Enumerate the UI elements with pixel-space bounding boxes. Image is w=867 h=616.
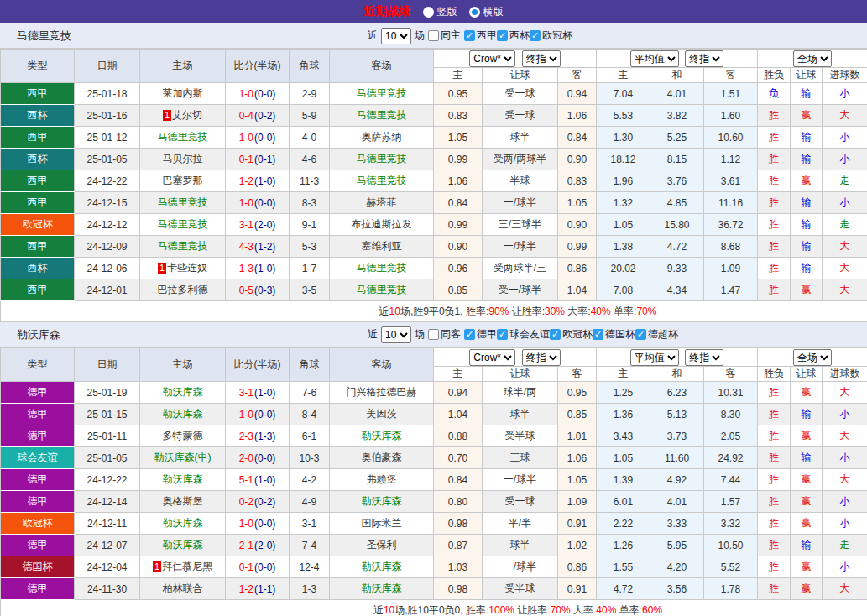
summary-segment: 让胜率: bbox=[509, 305, 545, 317]
same-venue-option[interactable]: 同主 bbox=[428, 29, 461, 43]
league-filter-option[interactable]: 西杯 bbox=[497, 29, 530, 43]
result-mark: 胜 bbox=[758, 236, 791, 258]
match-count-select[interactable]: 10 bbox=[381, 28, 411, 44]
away-odds: 1.02 bbox=[558, 535, 597, 556]
final-avg-select[interactable]: 终指 bbox=[685, 349, 723, 366]
avg-draw-odds: 6.23 bbox=[650, 382, 704, 404]
league-filter-option[interactable]: 欧冠杯 bbox=[530, 29, 572, 43]
away-team: 门兴格拉德巴赫 bbox=[330, 382, 434, 404]
fulltime-score: 1-3 bbox=[239, 263, 253, 274]
final-avg-select[interactable]: 终指 bbox=[685, 50, 723, 67]
handicap-line: 三/三球半 bbox=[483, 214, 558, 236]
halftime-score: (1-0) bbox=[254, 474, 275, 486]
halftime-score: (0-0) bbox=[254, 518, 275, 530]
crow-odds-select[interactable]: Crow* bbox=[469, 349, 515, 366]
summary-segment: 场,胜9平0负1, 胜率: bbox=[400, 305, 488, 317]
same-venue-checkbox[interactable] bbox=[428, 30, 439, 41]
league-checkbox[interactable] bbox=[464, 30, 475, 41]
crow-odds-select[interactable]: Crow* bbox=[469, 50, 515, 67]
away-team: 马德里竞技 bbox=[330, 258, 434, 279]
home-team: 勒沃库森 bbox=[140, 469, 226, 491]
average-odds-select[interactable]: 平均值 bbox=[630, 50, 679, 67]
summary-segment: 30% bbox=[545, 305, 565, 317]
league-filter-option[interactable]: 西甲 bbox=[464, 29, 497, 43]
match-score: 1-3(1-0) bbox=[226, 258, 290, 279]
league-checkbox[interactable] bbox=[635, 329, 646, 340]
match-score: 1-0(0-0) bbox=[226, 513, 290, 535]
horizontal-radio-icon[interactable] bbox=[469, 7, 480, 18]
match-score: 0-5(0-3) bbox=[226, 279, 290, 301]
goals-mark: 小 bbox=[823, 83, 867, 105]
match-row: 西甲25-01-12马德里竞技1-0(0-0)4-0奥萨苏纳1.05球半0.84… bbox=[1, 127, 867, 149]
match-date: 24-12-22 bbox=[75, 170, 140, 192]
avg-draw-odds: 5.13 bbox=[650, 404, 704, 425]
league-badge: 欧冠杯 bbox=[1, 513, 75, 535]
handicap-line: 受一球 bbox=[483, 83, 558, 105]
result-mark: 胜 bbox=[758, 556, 791, 578]
league-filter-option[interactable]: 球会友谊 bbox=[497, 327, 550, 342]
home-team-name: 马贝尔拉 bbox=[163, 153, 203, 164]
league-checkbox[interactable] bbox=[497, 30, 508, 41]
summary-segment: 90% bbox=[488, 305, 509, 317]
final-odds-select[interactable]: 终指 bbox=[522, 349, 561, 366]
layout-vertical-option[interactable]: 竖版 bbox=[423, 5, 457, 19]
layout-horizontal-option[interactable]: 横版 bbox=[469, 5, 504, 19]
match-date: 24-12-09 bbox=[75, 236, 140, 258]
league-checkbox[interactable] bbox=[550, 329, 561, 340]
avg-home-odds: 7.04 bbox=[597, 83, 650, 105]
summary-segment: 70% bbox=[551, 604, 571, 616]
average-odds-select[interactable]: 平均值 bbox=[630, 349, 679, 366]
home-team-name: 柏林联合 bbox=[163, 582, 203, 594]
sub-goals: 进球数 bbox=[823, 367, 867, 382]
summary-segment: 场,胜10平0负0, 胜率: bbox=[394, 604, 488, 616]
halftime-score: (2-0) bbox=[254, 219, 275, 231]
corner-count: 3-5 bbox=[290, 279, 330, 301]
rank-badge: 1 bbox=[153, 561, 161, 572]
vertical-radio-icon[interactable] bbox=[423, 7, 434, 18]
same-venue-option[interactable]: 同客 bbox=[428, 327, 461, 342]
league-checkbox[interactable] bbox=[497, 329, 508, 340]
corner-count: 6-1 bbox=[290, 425, 330, 447]
league-badge: 西甲 bbox=[1, 279, 75, 301]
handicap-line: 受两/两球半 bbox=[483, 149, 558, 170]
league-filter-option[interactable]: 德国杯 bbox=[593, 327, 635, 342]
full-match-select[interactable]: 全场 bbox=[793, 349, 832, 366]
league-checkbox[interactable] bbox=[464, 329, 475, 340]
halftime-score: (0-0) bbox=[254, 561, 275, 573]
col-date: 日期 bbox=[75, 50, 140, 83]
rank-badge: 1 bbox=[163, 110, 171, 121]
result-mark: 胜 bbox=[758, 127, 791, 149]
summary-segment: 10 bbox=[384, 604, 394, 616]
match-score: 0-4(0-2) bbox=[226, 105, 290, 127]
full-match-select[interactable]: 全场 bbox=[793, 50, 832, 67]
sub-draw: 和 bbox=[650, 367, 704, 382]
goals-mark: 走 bbox=[823, 214, 867, 236]
home-odds: 0.98 bbox=[434, 578, 483, 600]
league-filter-option[interactable]: 欧冠杯 bbox=[550, 327, 593, 342]
away-team-name: 弗赖堡 bbox=[367, 473, 397, 485]
goals-mark: 小 bbox=[823, 513, 867, 535]
avg-home-odds: 5.53 bbox=[597, 105, 650, 127]
match-score: 5-1(1-0) bbox=[226, 469, 290, 491]
match-count-select[interactable]: 10 bbox=[381, 326, 411, 343]
home-team: 勒沃库森 bbox=[140, 382, 226, 404]
match-row: 德甲24-12-22勒沃库森5-1(1-0)4-2弗赖堡0.84一/球半1.05… bbox=[1, 469, 867, 491]
away-team-name: 勒沃库森 bbox=[362, 430, 402, 441]
handicap-line: 受半球 bbox=[483, 425, 558, 447]
halftime-score: (0-0) bbox=[254, 197, 275, 209]
goals-mark: 大 bbox=[823, 382, 867, 404]
league-checkbox[interactable] bbox=[530, 30, 541, 41]
asian-handicap-mark: 输 bbox=[791, 149, 823, 170]
same-venue-checkbox[interactable] bbox=[428, 329, 439, 340]
league-filter-option[interactable]: 德超杯 bbox=[635, 327, 678, 342]
match-row: 西甲24-12-01巴拉多利德0-5(0-3)3-5马德里竞技0.85受一/球半… bbox=[1, 279, 867, 301]
league-checkbox[interactable] bbox=[593, 329, 603, 340]
goals-mark: 小 bbox=[823, 404, 867, 425]
result-mark: 胜 bbox=[758, 578, 791, 600]
league-filter-option[interactable]: 德甲 bbox=[464, 327, 497, 342]
league-badge: 西杯 bbox=[1, 149, 75, 170]
away-odds: 0.95 bbox=[558, 382, 597, 404]
final-odds-select[interactable]: 终指 bbox=[522, 50, 561, 67]
league-badge: 西杯 bbox=[1, 258, 75, 279]
summary-segment: 大率: bbox=[565, 305, 591, 317]
